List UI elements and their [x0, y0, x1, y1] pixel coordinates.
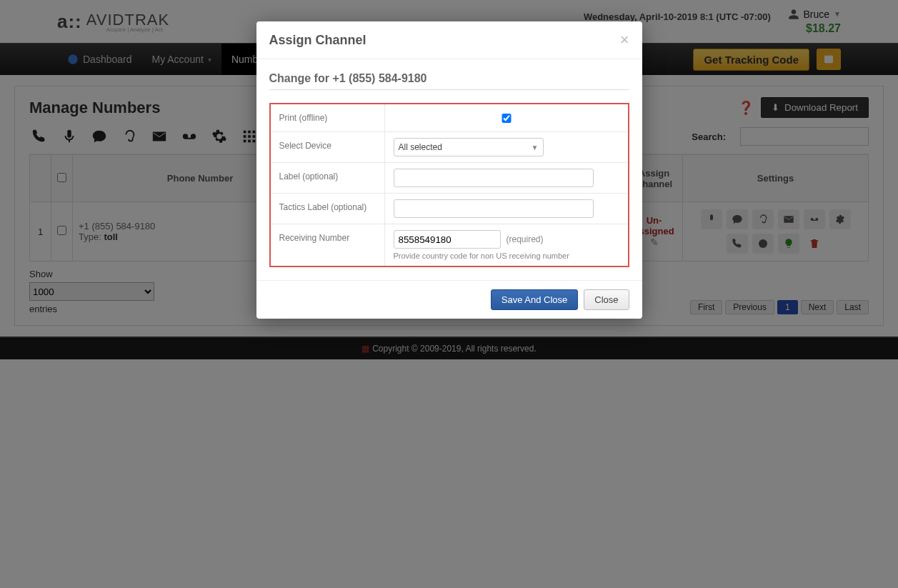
tactics-input[interactable]	[394, 199, 594, 218]
tactics-label: Tactics Label (optional)	[271, 194, 385, 224]
label-input[interactable]	[394, 169, 594, 187]
assign-channel-modal: Assign Channel × Change for +1 (855) 584…	[256, 21, 642, 319]
label-label: Label (optional)	[271, 163, 385, 193]
print-checkbox[interactable]	[394, 114, 619, 123]
modal-title: Assign Channel	[269, 33, 366, 48]
receiving-label: Receiving Number	[271, 224, 385, 266]
close-icon[interactable]: ×	[620, 32, 629, 48]
required-hint: (required)	[507, 234, 544, 244]
modal-subtitle: Change for +1 (855) 584-9180	[269, 72, 629, 90]
receiving-input[interactable]	[394, 230, 501, 249]
device-select[interactable]: All selected ▼	[394, 138, 544, 156]
receiving-help-text: Provide country code for non US receivin…	[394, 251, 619, 260]
device-label: Select Device	[271, 132, 385, 162]
print-label: Print (offline)	[271, 104, 385, 131]
close-button[interactable]: Close	[584, 289, 629, 310]
chevron-down-icon: ▼	[532, 144, 539, 151]
save-and-close-button[interactable]: Save And Close	[491, 289, 579, 310]
